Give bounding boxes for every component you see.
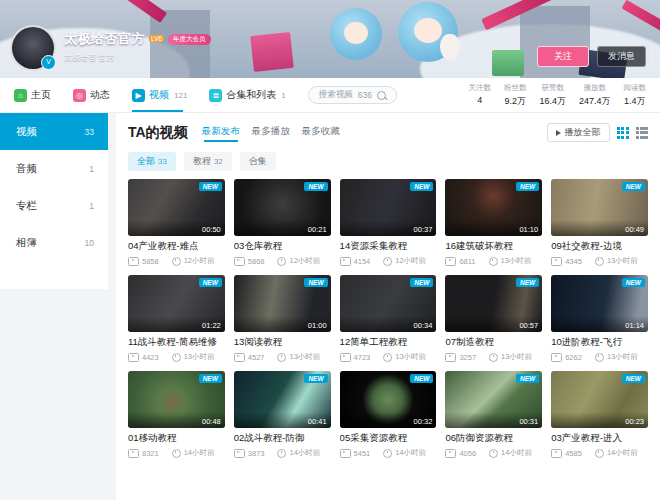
upload-time-group: 14小时前 <box>277 448 320 458</box>
nav-tab[interactable]: ◎ 动态 <box>73 78 110 112</box>
video-title[interactable]: 10进阶教程-飞行 <box>551 336 648 348</box>
video-card[interactable]: NEW 00:41 02战斗教程-防御 3873 14小时前 <box>234 371 331 458</box>
sidebar-item-label: 视频 <box>16 125 37 139</box>
sidebar-item[interactable]: 视频 33 <box>0 113 108 150</box>
video-thumbnail[interactable]: NEW 00:57 <box>445 275 542 332</box>
play-count-group: 4527 <box>234 353 265 362</box>
video-card[interactable]: NEW 00:23 03产业教程-进入 4585 14小时前 <box>551 371 648 458</box>
sidebar-item[interactable]: 专栏 1 <box>0 187 108 224</box>
play-count-icon <box>128 353 139 362</box>
video-title[interactable]: 01移动教程 <box>128 432 225 444</box>
new-badge: NEW <box>199 374 222 383</box>
play-count: 6262 <box>565 353 582 362</box>
video-card[interactable]: NEW 00:34 12简单工程教程 4723 13小时前 <box>340 275 437 362</box>
video-thumbnail[interactable]: NEW 00:21 <box>234 179 331 236</box>
grid-view-icon[interactable] <box>617 127 629 139</box>
video-thumbnail[interactable]: NEW 00:48 <box>128 371 225 428</box>
stat-item[interactable]: 获赞数 16.4万 <box>539 83 566 108</box>
nav-tab[interactable]: ⌂ 主页 <box>14 78 51 112</box>
video-thumbnail[interactable]: NEW 01:00 <box>234 275 331 332</box>
video-thumbnail[interactable]: NEW 01:22 <box>128 275 225 332</box>
video-title[interactable]: 13阅读教程 <box>234 336 331 348</box>
search-icon <box>377 91 386 100</box>
play-count: 4585 <box>565 449 582 458</box>
banner-character-face <box>414 18 442 43</box>
video-thumbnail[interactable]: NEW 00:34 <box>340 275 437 332</box>
video-meta: 3873 14小时前 <box>234 448 331 458</box>
new-badge: NEW <box>622 278 645 287</box>
video-card[interactable]: NEW 00:21 03仓库教程 5868 12小时前 <box>234 179 331 266</box>
video-card[interactable]: NEW 01:10 16建筑破坏教程 6811 13小时前 <box>445 179 542 266</box>
video-thumbnail[interactable]: NEW 00:49 <box>551 179 648 236</box>
stat-item[interactable]: 粉丝数 9.2万 <box>504 83 527 108</box>
video-thumbnail[interactable]: NEW 00:32 <box>340 371 437 428</box>
video-card[interactable]: NEW 00:50 04产业教程-难点 5858 12小时前 <box>128 179 225 266</box>
nav-tab[interactable]: ≣ 合集和列表 1 <box>209 78 285 112</box>
play-count-icon <box>551 257 562 266</box>
nav-tab[interactable]: ▶ 视频 121 <box>132 78 187 112</box>
video-title[interactable]: 02战斗教程-防御 <box>234 432 331 444</box>
search-input[interactable]: 搜索视频 636 <box>308 86 397 104</box>
video-thumbnail[interactable]: NEW 01:10 <box>445 179 542 236</box>
video-meta: 5451 14小时前 <box>340 448 437 458</box>
follow-button[interactable]: 关注 <box>537 46 589 67</box>
video-thumbnail[interactable]: NEW 01:14 <box>551 275 648 332</box>
stat-item[interactable]: 阅读数 1.4万 <box>624 83 647 108</box>
list-view-icon[interactable] <box>636 127 649 139</box>
video-card[interactable]: NEW 00:48 01移动教程 8321 14小时前 <box>128 371 225 458</box>
video-thumbnail[interactable]: NEW 00:37 <box>340 179 437 236</box>
video-title[interactable]: 04产业教程-难点 <box>128 240 225 252</box>
video-thumbnail[interactable]: NEW 00:41 <box>234 371 331 428</box>
video-thumbnail[interactable]: NEW 00:31 <box>445 371 542 428</box>
avatar[interactable]: V <box>10 25 56 71</box>
video-title[interactable]: 12简单工程教程 <box>340 336 437 348</box>
sort-tab[interactable]: 最多收藏 <box>302 125 340 141</box>
play-count-group: 6811 <box>445 257 475 266</box>
video-title[interactable]: 05采集资源教程 <box>340 432 437 444</box>
video-card[interactable]: NEW 01:14 10进阶教程-飞行 6262 13小时前 <box>551 275 648 362</box>
new-badge: NEW <box>199 278 222 287</box>
play-count-icon <box>234 449 245 458</box>
stat-label: 获赞数 <box>539 83 566 93</box>
sidebar-item[interactable]: 音频 1 <box>0 150 108 187</box>
video-title[interactable]: 11战斗教程-简易维修 <box>128 336 225 348</box>
more-options-icon[interactable]: ⋮ <box>647 50 658 63</box>
play-count: 4345 <box>565 257 582 266</box>
nav-tab-icon: ◎ <box>73 89 86 102</box>
upload-time-group: 14小时前 <box>595 448 638 458</box>
play-count-group: 4585 <box>551 449 582 458</box>
sort-tab[interactable]: 最多播放 <box>252 125 290 141</box>
stat-item[interactable]: 播放数 247.4万 <box>579 83 611 108</box>
video-card[interactable]: NEW 01:22 11战斗教程-简易维修 4423 13小时前 <box>128 275 225 362</box>
video-title[interactable]: 03仓库教程 <box>234 240 331 252</box>
filter-label: 全部 <box>137 156 155 166</box>
video-thumbnail[interactable]: NEW 00:23 <box>551 371 648 428</box>
stat-item[interactable]: 关注数 4 <box>468 83 491 108</box>
new-badge: NEW <box>516 278 539 287</box>
video-title[interactable]: 09社交教程-边境 <box>551 240 648 252</box>
video-thumbnail[interactable]: NEW 00:50 <box>128 179 225 236</box>
filter-pill[interactable]: 合集 <box>240 152 276 171</box>
message-button[interactable]: 发消息 <box>597 46 646 67</box>
video-card[interactable]: NEW 00:57 07制造教程 3257 13小时前 <box>445 275 542 362</box>
play-all-button[interactable]: 播放全部 <box>547 123 610 142</box>
video-card[interactable]: NEW 00:49 09社交教程-边境 4345 13小时前 <box>551 179 648 266</box>
new-badge: NEW <box>516 374 539 383</box>
video-card[interactable]: NEW 00:37 14资源采集教程 4154 12小时前 <box>340 179 437 266</box>
video-title[interactable]: 14资源采集教程 <box>340 240 437 252</box>
video-card[interactable]: NEW 00:31 06防御资源教程 4056 14小时前 <box>445 371 542 458</box>
video-title[interactable]: 16建筑破坏教程 <box>445 240 542 252</box>
video-card[interactable]: NEW 01:00 13阅读教程 4527 13小时前 <box>234 275 331 362</box>
play-count-icon <box>340 449 351 458</box>
video-title[interactable]: 03产业教程-进入 <box>551 432 648 444</box>
filter-pill[interactable]: 全部33 <box>128 152 176 171</box>
clock-icon <box>172 449 181 458</box>
sidebar-item[interactable]: 相簿 10 <box>0 224 108 261</box>
video-title[interactable]: 07制造教程 <box>445 336 542 348</box>
new-badge: NEW <box>410 182 433 191</box>
sort-tab[interactable]: 最新发布 <box>202 125 240 141</box>
video-title[interactable]: 06防御资源教程 <box>445 432 542 444</box>
filter-pill[interactable]: 教程32 <box>184 152 232 171</box>
video-card[interactable]: NEW 00:32 05采集资源教程 5451 14小时前 <box>340 371 437 458</box>
nav-tab-icon: ≣ <box>209 89 222 102</box>
